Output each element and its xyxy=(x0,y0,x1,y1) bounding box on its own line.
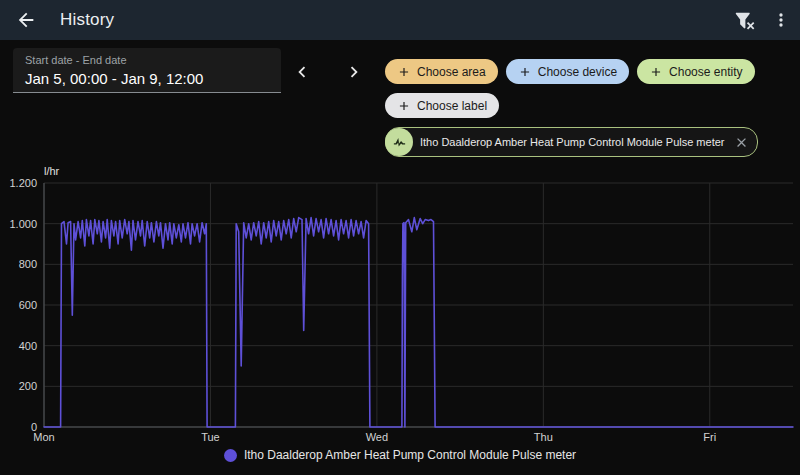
date-range-field[interactable]: Start date - End date Jan 5, 00:00 - Jan… xyxy=(13,48,281,93)
legend-label: Itho Daalderop Amber Heat Pump Control M… xyxy=(244,448,576,462)
selected-entity-chip[interactable]: Itho Daalderop Amber Heat Pump Control M… xyxy=(385,127,758,157)
svg-text:Fri: Fri xyxy=(703,431,716,443)
chart-legend[interactable]: Itho Daalderop Amber Heat Pump Control M… xyxy=(0,448,800,462)
pulse-icon xyxy=(392,135,407,150)
chevron-left-icon xyxy=(291,61,313,83)
filter-remove-icon xyxy=(734,10,755,31)
chip-row-2: Choose label xyxy=(385,93,499,118)
svg-text:1.000: 1.000 xyxy=(9,218,37,230)
plus-icon xyxy=(397,99,411,113)
selected-entity-label: Itho Daalderop Amber Heat Pump Control M… xyxy=(420,136,725,148)
dots-vertical-icon xyxy=(771,10,791,30)
app-bar-actions xyxy=(724,0,800,40)
svg-text:800: 800 xyxy=(19,258,37,270)
previous-period-button[interactable] xyxy=(287,57,317,87)
chip-label: Choose area xyxy=(417,65,486,79)
svg-text:400: 400 xyxy=(19,340,37,352)
chip-label: Choose entity xyxy=(669,65,742,79)
svg-text:Tue: Tue xyxy=(201,431,220,443)
svg-text:l/hr: l/hr xyxy=(44,166,60,177)
svg-text:Mon: Mon xyxy=(33,431,54,443)
chip-label: Choose label xyxy=(417,99,487,113)
chevron-right-icon xyxy=(343,61,365,83)
legend-color-dot xyxy=(224,449,237,462)
choose-entity-chip[interactable]: Choose entity xyxy=(637,59,754,84)
close-icon xyxy=(734,135,749,150)
remove-entity-button[interactable] xyxy=(734,135,749,150)
history-chart-svg[interactable]: 02004006008001.0001.200MonTueWedThuFril/… xyxy=(0,166,800,448)
plus-icon xyxy=(518,65,532,79)
entity-avatar xyxy=(385,128,413,156)
date-range-value: Jan 5, 00:00 - Jan 9, 12:00 xyxy=(25,70,269,87)
overflow-menu-button[interactable] xyxy=(764,0,798,40)
filter-chips: Choose area Choose device Choose entity … xyxy=(385,59,785,157)
svg-text:1.200: 1.200 xyxy=(9,177,37,189)
svg-text:600: 600 xyxy=(19,299,37,311)
chip-label: Choose device xyxy=(538,65,617,79)
chip-row-3: Itho Daalderop Amber Heat Pump Control M… xyxy=(385,127,758,157)
next-period-button[interactable] xyxy=(339,57,369,87)
app-bar: History xyxy=(0,0,800,40)
page-title: History xyxy=(60,10,114,30)
svg-text:Wed: Wed xyxy=(366,431,388,443)
back-button[interactable] xyxy=(6,0,46,40)
chip-row-1: Choose area Choose device Choose entity xyxy=(385,59,755,84)
svg-text:Thu: Thu xyxy=(534,431,553,443)
choose-label-chip[interactable]: Choose label xyxy=(385,93,499,118)
filter-remove-button[interactable] xyxy=(724,0,764,40)
arrow-left-icon xyxy=(15,9,37,31)
choose-area-chip[interactable]: Choose area xyxy=(385,59,498,84)
choose-device-chip[interactable]: Choose device xyxy=(506,59,629,84)
date-range-label: Start date - End date xyxy=(25,54,269,66)
plus-icon xyxy=(649,65,663,79)
svg-text:200: 200 xyxy=(19,380,37,392)
plus-icon xyxy=(397,65,411,79)
